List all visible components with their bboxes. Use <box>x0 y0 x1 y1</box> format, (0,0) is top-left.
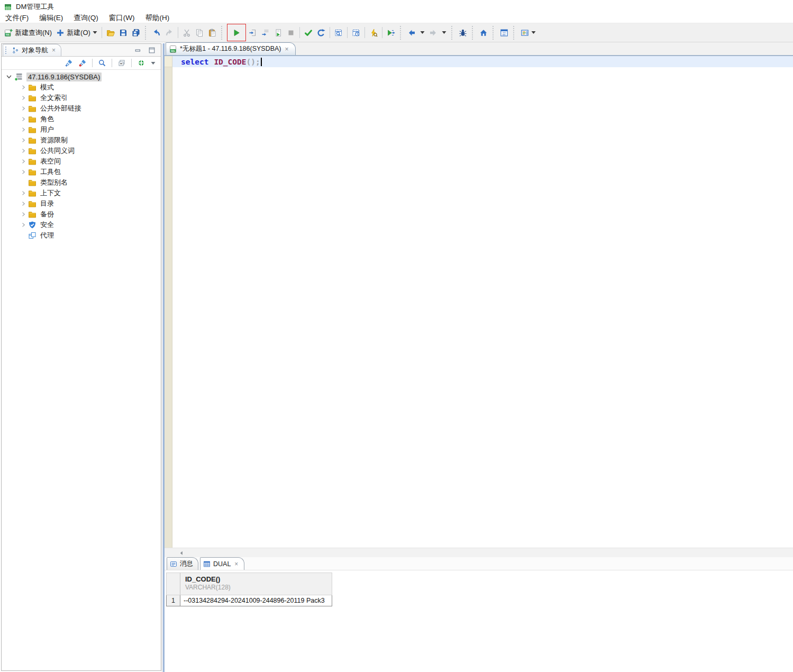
column-type: VARCHAR(128) <box>185 584 332 591</box>
menu-help[interactable]: 帮助(H) <box>140 13 175 23</box>
menu-edit[interactable]: 编辑(E) <box>34 13 68 23</box>
calendar-clock-icon <box>352 29 360 37</box>
tree-item-public-synonyms[interactable]: 公共同义词 <box>2 146 161 156</box>
new-query-button[interactable]: 新建查询(N) <box>2 26 54 40</box>
tree-item-public-external-links[interactable]: 公共外部链接 <box>2 103 161 114</box>
tree-item-fulltext-index[interactable]: 全文索引 <box>2 93 161 103</box>
chevron-down-icon[interactable] <box>5 73 13 80</box>
disconnect-button[interactable] <box>76 56 89 70</box>
tree-item-resource-limits[interactable]: 资源限制 <box>2 135 161 146</box>
results-tab-bar: 消息 DUAL × <box>165 557 793 570</box>
view-options-button[interactable] <box>518 26 538 40</box>
messages-tab-label: 消息 <box>180 559 193 568</box>
save-button[interactable] <box>117 26 130 40</box>
menu-window[interactable]: 窗口(W) <box>104 13 140 23</box>
result-format-button[interactable] <box>498 26 511 40</box>
execute-to-cursor-button[interactable] <box>247 26 259 40</box>
cut-button[interactable] <box>180 26 193 40</box>
tree-item-users[interactable]: 用户 <box>2 124 161 135</box>
view-menu-button[interactable] <box>149 56 158 70</box>
chevron-right-icon[interactable] <box>20 137 26 143</box>
forward-button[interactable] <box>427 26 440 40</box>
home-button[interactable] <box>477 26 490 40</box>
search-button[interactable] <box>96 56 108 70</box>
undo-button[interactable] <box>150 26 163 40</box>
stop-button[interactable] <box>285 26 297 40</box>
chevron-right-icon[interactable] <box>20 201 26 207</box>
paste-button[interactable] <box>206 26 218 40</box>
close-icon[interactable]: × <box>51 47 57 54</box>
scroll-left-icon[interactable] <box>178 550 185 556</box>
chevron-right-icon[interactable] <box>20 148 26 154</box>
back-button[interactable] <box>405 26 418 40</box>
tab-untitled-query[interactable]: *无标题1 - 47.116.9.186(SYSDBA) × <box>166 42 296 55</box>
new-object-button[interactable]: 新建(O) <box>54 26 99 40</box>
tree-item-directories[interactable]: 目录 <box>2 198 161 209</box>
editor-gutter <box>165 56 172 548</box>
tree-item-backups[interactable]: 备份 <box>2 209 161 220</box>
menu-file[interactable]: 文件(F) <box>0 13 34 23</box>
tree-item-schemas[interactable]: 模式 <box>2 82 161 93</box>
sql-code-line[interactable]: selectID_CODE(); <box>172 56 793 67</box>
tree-item-toolkits[interactable]: 工具包 <box>2 167 161 177</box>
chevron-right-icon[interactable] <box>20 95 26 101</box>
tab-messages[interactable]: 消息 <box>167 557 198 570</box>
plug-off-icon <box>78 59 87 67</box>
debug-button[interactable] <box>457 26 469 40</box>
chevron-right-icon[interactable] <box>20 126 26 133</box>
link-with-editor-button[interactable] <box>135 56 148 70</box>
horizontal-scrollbar[interactable] <box>165 548 793 557</box>
tab-dual-result[interactable]: DUAL × <box>200 557 244 570</box>
tree-item-server-root[interactable]: 47.116.9.186(SYSDBA) <box>2 71 161 82</box>
batch-execute-button[interactable] <box>385 26 397 40</box>
chevron-right-icon[interactable] <box>20 169 26 175</box>
panel-window-buttons <box>134 47 156 54</box>
new-connection-button[interactable] <box>62 56 75 70</box>
folder-icon <box>28 104 37 113</box>
execute-script-button[interactable] <box>272 26 285 40</box>
tree-item-roles[interactable]: 角色 <box>2 114 161 124</box>
menu-query[interactable]: 查询(Q) <box>68 13 104 23</box>
calendar-search-icon <box>334 29 343 37</box>
chevron-right-icon[interactable] <box>20 84 26 90</box>
commit-button[interactable] <box>302 26 315 40</box>
minimize-icon[interactable] <box>134 47 142 54</box>
chevron-right-icon[interactable] <box>20 211 26 217</box>
chevron-right-icon[interactable] <box>20 116 26 122</box>
tree-item-tablespaces[interactable]: 表空间 <box>2 156 161 167</box>
home-icon <box>479 29 488 37</box>
maximize-icon[interactable] <box>148 47 156 54</box>
back-dropdown[interactable] <box>418 26 427 40</box>
tree-item-contexts[interactable]: 上下文 <box>2 188 161 198</box>
sql-editor[interactable]: selectID_CODE(); <box>165 56 793 548</box>
execute-button[interactable] <box>230 26 243 40</box>
open-button[interactable] <box>104 26 117 40</box>
forward-dropdown[interactable] <box>440 26 449 40</box>
explain-plan-button[interactable] <box>367 26 380 40</box>
result-value-cell[interactable]: --03134284294-20241009-244896-20119 Pack… <box>180 595 332 606</box>
batch-play-icon <box>387 29 395 37</box>
collapse-all-button[interactable] <box>115 56 128 70</box>
scissors-icon <box>183 29 191 37</box>
column-header-id-code[interactable]: ID_CODE() VARCHAR(128) <box>180 573 332 595</box>
tab-object-navigator[interactable]: 对象导航 × <box>3 44 61 56</box>
rollback-button[interactable] <box>315 26 327 40</box>
query-history-button[interactable] <box>332 26 345 40</box>
chevron-right-icon[interactable] <box>20 158 26 165</box>
close-icon[interactable]: × <box>284 46 290 53</box>
chevron-right-icon[interactable] <box>20 222 26 228</box>
object-navigator-panel: 对象导航 × 47.116.9.186(SYSDBA) <box>1 43 161 671</box>
chevron-right-icon[interactable] <box>20 105 26 112</box>
execute-step-button[interactable] <box>259 26 272 40</box>
query-schedule-button[interactable] <box>350 26 362 40</box>
chevron-right-icon[interactable] <box>20 190 26 196</box>
search-icon <box>98 59 106 67</box>
tree-item-type-aliases[interactable]: 类型别名 <box>2 177 161 188</box>
save-all-button[interactable] <box>130 26 142 40</box>
row-number-cell[interactable]: 1 <box>166 595 180 606</box>
close-icon[interactable]: × <box>233 560 239 568</box>
tree-item-agent[interactable]: 代理 <box>2 230 161 241</box>
redo-button[interactable] <box>163 26 176 40</box>
tree-item-security[interactable]: 安全 <box>2 220 161 230</box>
copy-button[interactable] <box>193 26 206 40</box>
